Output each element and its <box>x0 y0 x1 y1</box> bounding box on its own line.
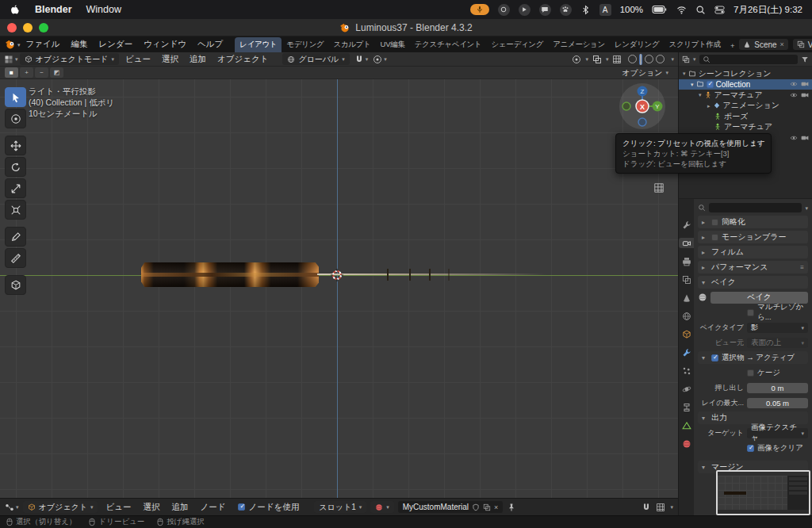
slot-selector[interactable]: スロット1▾ <box>314 501 366 513</box>
view-from-dropdown[interactable]: 表面の上▾ <box>747 338 808 348</box>
status-play-icon[interactable] <box>519 4 530 16</box>
tab-tool-icon[interactable] <box>679 220 694 230</box>
tab-texture-paint[interactable]: テクスチャペイント <box>410 37 487 52</box>
menu-window[interactable]: ウィンドウ <box>138 39 192 50</box>
menu-select[interactable]: 選択 <box>157 54 183 65</box>
menu-file[interactable]: ファイル <box>21 39 66 50</box>
overlays-dropdown-chevron[interactable]: ▾ <box>606 56 609 62</box>
tab-object-icon[interactable] <box>679 329 694 339</box>
max-ray-field[interactable]: 0.05 m <box>747 398 808 408</box>
xray-toggle-icon[interactable] <box>612 55 622 64</box>
shader-menu-add[interactable]: 追加 <box>167 502 192 513</box>
bake-from-multires-toggle[interactable]: マルチレゾから... <box>747 302 808 323</box>
tab-constraints-icon[interactable] <box>679 402 694 412</box>
render-visibility-icon[interactable] <box>801 134 809 142</box>
control-center-icon[interactable] <box>714 5 725 15</box>
tool-transform[interactable] <box>5 200 26 220</box>
menubar-clock[interactable]: 7月26日(土) 9:32 <box>733 4 802 16</box>
scene-selector[interactable]: Scene × <box>739 39 788 50</box>
material-name-field[interactable]: MyCustomMaterial × <box>398 501 504 513</box>
tab-physics-icon[interactable] <box>679 384 694 394</box>
unlink-material-icon[interactable]: × <box>494 503 498 511</box>
performance-presets-icon[interactable]: ≡ <box>800 264 804 271</box>
outliner-search-input[interactable] <box>699 55 798 64</box>
panel-simplify[interactable]: ▸ 簡略化 <box>698 216 808 228</box>
tab-layout[interactable]: レイアウト <box>235 37 282 52</box>
gizmo-neg-y[interactable] <box>622 102 630 110</box>
outliner-editor-chevron[interactable]: ▾ <box>693 56 696 62</box>
editor-type-selector[interactable]: ▾ <box>4 55 18 64</box>
hide-eye-icon[interactable] <box>790 91 798 99</box>
tool-rotate[interactable] <box>5 157 26 177</box>
proportional-editing-icon[interactable] <box>373 55 382 64</box>
gizmos-toggle-icon[interactable] <box>572 55 581 64</box>
mic-recording-indicator-icon[interactable] <box>470 4 489 15</box>
tab-material-icon[interactable] <box>679 438 694 449</box>
fake-user-shield-icon[interactable] <box>472 503 480 511</box>
shader-menu-node[interactable]: ノード <box>196 502 229 513</box>
tab-scene-icon[interactable] <box>679 293 694 303</box>
use-nodes-toggle[interactable]: ノードを使用 <box>238 502 299 513</box>
motion-blur-checkbox[interactable] <box>711 234 718 241</box>
shading-material-icon[interactable] <box>645 55 653 63</box>
select-mode-set-icon[interactable]: ■ <box>5 67 18 78</box>
shading-dropdown-chevron[interactable]: ▾ <box>671 56 674 62</box>
navigation-gizmo[interactable]: Z Y X <box>618 82 667 131</box>
menu-view[interactable]: ビュー <box>121 54 155 65</box>
shader-type-selector[interactable]: オブジェクト ▾ <box>23 501 98 513</box>
menu-render[interactable]: レンダー <box>94 39 139 50</box>
shader-menu-select[interactable]: 選択 <box>139 502 163 513</box>
duplicate-material-icon[interactable] <box>483 503 491 511</box>
collection-checkbox[interactable] <box>707 81 714 88</box>
tool-cursor[interactable] <box>5 109 26 128</box>
tab-world-icon[interactable] <box>679 311 694 321</box>
render-visibility-icon[interactable] <box>801 91 809 99</box>
shader-overlays-icon[interactable] <box>656 503 665 512</box>
apple-menu-icon[interactable] <box>10 4 21 15</box>
snap-magnet-icon[interactable] <box>354 55 364 64</box>
bake-type-dropdown[interactable]: 影▾ <box>747 323 808 333</box>
outliner-filter-icon[interactable] <box>801 55 809 63</box>
gizmo-axis-x[interactable]: X <box>636 100 649 113</box>
app-menu-blender[interactable]: Blender <box>35 4 72 15</box>
properties-search-input[interactable] <box>709 203 802 212</box>
add-workspace-button[interactable]: + <box>726 39 739 52</box>
bluetooth-icon[interactable] <box>580 5 591 15</box>
gizmo-neg-z[interactable] <box>638 118 646 126</box>
tool-move[interactable] <box>5 136 26 155</box>
outliner-row-animation[interactable]: ▸ アニメーション <box>679 101 812 112</box>
tab-scripting[interactable]: スクリプト作成 <box>664 37 726 52</box>
extrusion-field[interactable]: 0 m <box>747 383 808 393</box>
tool-select-box[interactable] <box>5 87 26 107</box>
outliner-row-collection[interactable]: ▾ Collection <box>679 79 812 90</box>
blender-app-icon[interactable]: ▾ <box>5 39 21 50</box>
tab-particles-icon[interactable] <box>679 365 694 376</box>
snap-dropdown-chevron[interactable]: ▾ <box>366 56 369 62</box>
tab-modifiers-icon[interactable] <box>679 347 694 358</box>
shading-rendered-icon[interactable] <box>656 55 665 63</box>
outliner-row-pose[interactable]: ポーズ <box>679 111 812 122</box>
lowpoly-mesh-object[interactable] <box>141 262 319 287</box>
menu-object[interactable]: オブジェクト <box>213 54 273 65</box>
viewport-3d[interactable]: ライト・平行投影 (40) Collection | 低ポリ 10センチメートル <box>0 79 678 498</box>
menu-edit[interactable]: 編集 <box>66 39 94 50</box>
blade-mesh-line[interactable] <box>317 274 546 275</box>
status-paw-icon[interactable] <box>560 4 572 16</box>
pin-icon[interactable] <box>507 503 516 512</box>
shading-solid-icon[interactable] <box>639 54 642 65</box>
clear-image-toggle[interactable]: 画像をクリア <box>747 443 803 453</box>
close-window-button[interactable] <box>7 23 17 33</box>
input-source-icon[interactable]: A <box>599 4 611 16</box>
transform-orientation-selector[interactable]: グローバル ▾ <box>282 53 349 65</box>
mode-selector[interactable]: オブジェクトモード ▾ <box>20 53 119 65</box>
render-visibility-icon[interactable] <box>801 80 809 88</box>
tab-render-icon[interactable] <box>679 238 694 248</box>
outliner-row-armature-object[interactable]: ▾ アーマチュア <box>679 90 812 101</box>
gizmo-axis-y[interactable]: Y <box>653 101 663 112</box>
tab-shading[interactable]: シェーディング <box>486 37 548 52</box>
options-dropdown[interactable]: オプション ▾ <box>622 67 673 78</box>
app-menu-window[interactable]: Window <box>86 4 121 15</box>
overlays-toggle-icon[interactable] <box>592 55 602 64</box>
tool-measure[interactable] <box>5 248 26 268</box>
minimize-window-button[interactable] <box>23 23 33 33</box>
